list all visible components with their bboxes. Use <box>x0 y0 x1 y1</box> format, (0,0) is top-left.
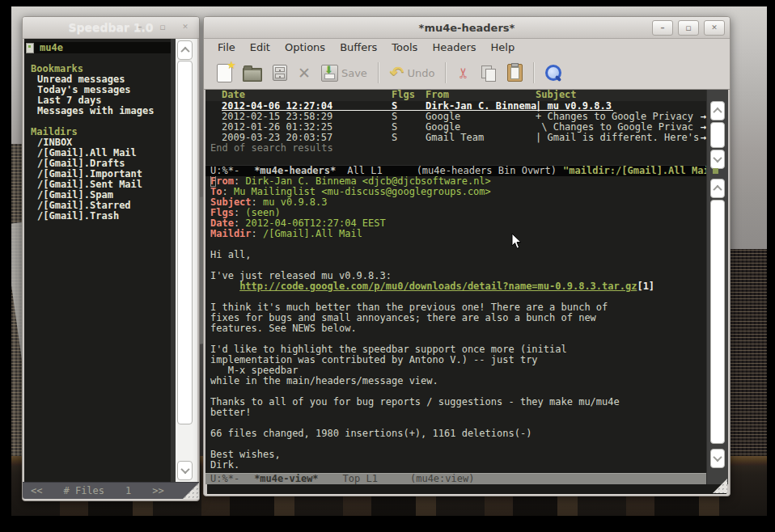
close-buffer-button[interactable] <box>298 65 311 81</box>
message-body-line: features. See NEWS below. <box>210 323 707 334</box>
headers-cell: Gmail Team <box>426 133 536 143</box>
message-link[interactable]: http://code.google.com/p/mu0/downloads/d… <box>239 281 637 292</box>
speedbar-item[interactable]: Messages with images <box>31 106 176 116</box>
menu-item-file[interactable]: File <box>210 39 243 57</box>
end-of-results-text: End of search results <box>205 143 707 154</box>
speedbar-resize-grip[interactable] <box>183 483 199 499</box>
undo-label: Undo <box>407 67 434 79</box>
speedbar-expand-icon[interactable] <box>26 43 34 53</box>
emacs-scrollbar-column[interactable] <box>706 90 728 484</box>
scrollbar-thumb[interactable] <box>177 61 193 424</box>
message-body-line: better! <box>210 407 707 418</box>
minimize-icon[interactable] <box>652 20 673 36</box>
message-body-line <box>210 239 707 250</box>
menu-item-buffers[interactable]: Buffers <box>332 39 384 57</box>
speedbar-body: mu4e BookmarksUnread messagesToday's mes… <box>23 39 199 482</box>
message-body-line: Best wishes, <box>210 450 707 460</box>
new-file-button[interactable] <box>217 64 232 82</box>
headers-cell: 2012-01-26 01:32:25 <box>210 122 392 133</box>
chevron-down-icon <box>713 453 722 462</box>
save-button[interactable]: Save <box>321 65 367 82</box>
field-label: Flgs <box>210 207 234 218</box>
new-file-icon <box>217 64 232 82</box>
modeline-flags: U:%*- <box>210 474 239 484</box>
cut-button[interactable] <box>457 65 469 82</box>
copy-icon <box>481 65 497 81</box>
message-body-line: 66 files changed, 1980 insertions(+), 11… <box>210 429 707 439</box>
scroll-down-button[interactable] <box>710 449 725 468</box>
menu-item-edit[interactable]: Edit <box>243 39 277 57</box>
emacs-frame: Date Flgs From Subject 2012-04-06 12:27:… <box>204 90 730 494</box>
message-body-line: Thanks to all of you for bug reports / s… <box>210 397 707 407</box>
scroll-up-button[interactable] <box>177 40 193 60</box>
field-colon: : <box>234 217 245 229</box>
headers-row[interactable]: 2012-04-06 12:27:04SDirk-Jan C. Binnema|… <box>205 101 707 112</box>
speedbar-next-button[interactable]: >> <box>152 485 163 496</box>
maximize-icon[interactable] <box>678 20 699 36</box>
scrollbar-thumb[interactable] <box>710 122 725 148</box>
fringe-indicator <box>713 168 718 174</box>
field-value: 2012-04-06T12:27:04 EEST <box>245 217 385 229</box>
toolbar-separator <box>533 62 535 83</box>
speedbar-item[interactable]: /[Gmail].Trash <box>31 211 176 222</box>
undo-button[interactable]: Undo <box>390 65 435 81</box>
undo-icon <box>390 65 404 81</box>
open-folder-icon <box>243 68 262 82</box>
field-colon: : <box>252 228 263 239</box>
speedbar-window: Speedbar 1.0 mu4e BookmarksUnread messag… <box>22 16 200 501</box>
mu4e-titlebar[interactable]: *mu4e-headers* <box>204 17 730 39</box>
speedbar-titlebar[interactable]: Speedbar 1.0 <box>23 17 199 39</box>
menu-item-tools[interactable]: Tools <box>384 39 425 57</box>
star-badge-icon <box>227 59 236 71</box>
headers-pane: Date Flgs From Subject 2012-04-06 12:27:… <box>205 90 707 165</box>
modeline-query: "maildir:/[Gmail].All Mail" <box>563 166 707 176</box>
search-button[interactable] <box>545 65 561 81</box>
close-icon[interactable] <box>704 20 725 36</box>
modeline-modes: (mu4e:view) <box>410 474 474 484</box>
headers-row[interactable]: 2012-01-26 01:32:25SGoogle \ Changes to … <box>205 122 707 133</box>
headers-cell: S <box>392 122 426 133</box>
column-subject: Subject <box>536 90 707 101</box>
file-cabinet-button[interactable] <box>273 65 287 81</box>
field-label: Maildir <box>210 228 252 239</box>
speedbar-prev-button[interactable]: << <box>31 485 42 496</box>
message-view-pane: From: Dirk-Jan C. Binnema <djcb@djcbsoft… <box>205 176 707 473</box>
minimize-icon[interactable] <box>131 20 149 33</box>
save-label: Save <box>341 67 367 79</box>
speedbar-content: mu4e BookmarksUnread messagesToday's mes… <box>24 39 176 482</box>
scrollbar-thumb[interactable] <box>710 200 725 444</box>
scroll-up-button[interactable] <box>710 101 725 120</box>
menu-item-headers[interactable]: Headers <box>425 39 483 57</box>
scroll-up-button[interactable] <box>710 179 725 198</box>
chevron-up-icon <box>713 185 722 194</box>
close-icon[interactable] <box>176 20 194 33</box>
headers-cell: | Gmail is different. Here's <box>536 133 707 143</box>
headers-row[interactable]: 2009-03-23 20:03:57SGmail Team| Gmail is… <box>205 133 707 143</box>
scroll-down-button[interactable] <box>177 461 193 480</box>
menu-item-options[interactable]: Options <box>277 39 332 57</box>
headers-row[interactable]: 2012-02-15 23:58:29SGoogle+ Changes to G… <box>205 112 707 122</box>
open-folder-button[interactable] <box>243 64 262 82</box>
headers-column-row: Date Flgs From Subject <box>205 90 707 101</box>
speedbar-root-label: mu4e <box>40 43 63 53</box>
headers-cell: 2012-02-15 23:58:29 <box>210 112 392 122</box>
chevron-up-icon <box>713 108 722 116</box>
file-cabinet-icon <box>273 65 287 81</box>
speedbar-files-count: 1 <box>125 485 131 496</box>
maximize-icon[interactable] <box>154 20 172 33</box>
menu-item-help[interactable]: Help <box>484 39 523 57</box>
copy-button[interactable] <box>481 65 497 81</box>
scroll-down-button[interactable] <box>710 150 725 169</box>
field-colon: : <box>234 207 245 218</box>
modeline-position: Top L1 <box>343 474 378 484</box>
selected-row-underline <box>222 110 613 111</box>
chevron-down-icon <box>713 154 722 163</box>
speedbar-root-row[interactable]: mu4e <box>24 42 176 53</box>
toolbar-separator <box>378 62 379 83</box>
message-header-field: Subject: mu v0.9.8.3 <box>210 197 707 208</box>
close-x-icon <box>298 65 311 81</box>
chevron-up-icon <box>180 47 189 56</box>
emacs-main: Date Flgs From Subject 2012-04-06 12:27:… <box>205 90 707 484</box>
speedbar-scrollbar[interactable] <box>171 39 197 482</box>
paste-button[interactable] <box>507 64 523 82</box>
